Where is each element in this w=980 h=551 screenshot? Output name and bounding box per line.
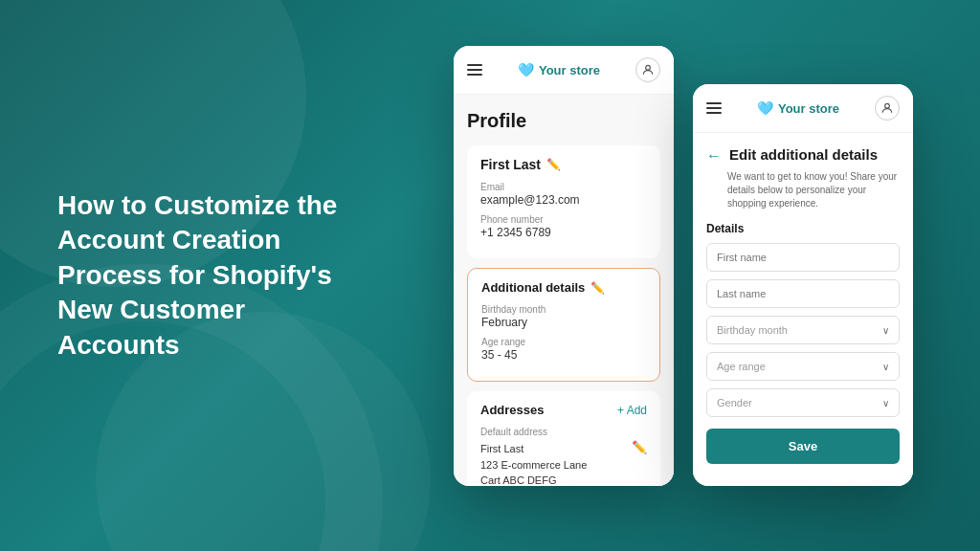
phone2-header: 🩵 Your store [693,84,913,133]
addresses-title: Addresses [480,403,544,417]
edit-additional-title: Edit additional details [729,146,878,163]
phone2-hamburger-menu[interactable] [706,102,722,114]
age-value: 35 - 45 [481,348,646,362]
save-button[interactable]: Save [706,429,900,464]
profile-name-row: First Last ✏️ [480,157,647,172]
birthday-month-placeholder: Birthday month [717,324,788,336]
birthday-value: February [481,316,646,329]
chevron-down-icon-3: ∨ [882,398,889,408]
address-info: Default address First Last 123 E-commerc… [480,427,587,486]
birthday-label: Birthday month [481,304,646,315]
phone-value: +1 2345 6789 [480,226,647,239]
user-account-button[interactable] [635,57,660,82]
address-line2: 123 E-commerce Lane [480,459,587,471]
age-range-select[interactable]: Age range ∨ [706,352,900,381]
phone-edit: 🩵 Your store ← Edit additional details W… [693,84,913,486]
details-section-label: Details [706,222,900,235]
address-text: First Last 123 E-commerce Lane Cart ABC … [480,441,587,486]
phones-area: 🩵 Your store Profile First Last ✏️ Email [387,0,980,551]
hamburger-menu[interactable] [467,64,482,76]
addresses-header: Addresses + Add [480,403,647,417]
store-logo: 🩵 Your store [518,62,600,77]
email-value: example@123.com [480,193,647,207]
additional-details-card: Additional details ✏️ Birthday month Feb… [467,268,660,382]
email-field: Email example@123.com [480,182,647,207]
edit-additional-icon[interactable]: ✏️ [590,281,605,295]
profile-content: Profile First Last ✏️ Email example@123.… [454,95,674,486]
age-range-placeholder: Age range [717,361,766,372]
phone2-store-logo: 🩵 Your store [757,100,839,116]
main-heading: How to Customize the Account Creation Pr… [57,188,364,363]
profile-title: Profile [467,110,660,132]
profile-main-card: First Last ✏️ Email example@123.com Phon… [467,145,660,258]
birthday-field: Birthday month February [481,304,646,329]
phone2-user-button[interactable] [875,96,900,121]
age-label: Age range [481,337,646,347]
phone-profile: 🩵 Your store Profile First Last ✏️ Email [454,46,674,486]
left-text-area: How to Customize the Account Creation Pr… [57,188,364,363]
phone1-header: 🩵 Your store [454,46,674,95]
addresses-card: Addresses + Add Default address First La… [467,391,660,486]
email-label: Email [480,182,647,192]
phone2-store-name: Your store [778,101,839,116]
svg-point-1 [885,103,890,108]
address-line1: First Last [480,443,523,454]
heart-icon: 🩵 [518,62,534,77]
chevron-down-icon: ∨ [882,325,889,336]
first-name-input[interactable] [706,243,900,272]
phone-field: Phone number +1 2345 6789 [480,214,647,239]
chevron-down-icon-2: ∨ [882,362,889,372]
additional-details-title: Additional details [481,280,585,295]
edit-name-icon[interactable]: ✏️ [546,158,561,171]
edit-subtitle: We want to get to know you! Share your d… [727,170,900,210]
additional-details-header: Additional details ✏️ [481,280,646,295]
gender-select[interactable]: Gender ∨ [706,388,900,417]
back-title-row: ← Edit additional details [706,146,900,165]
add-address-button[interactable]: + Add [617,404,647,417]
birthday-month-select[interactable]: Birthday month ∨ [706,316,900,344]
phone2-heart-icon: 🩵 [757,100,773,116]
edit-content: ← Edit additional details We want to get… [693,133,913,486]
age-field: Age range 35 - 45 [481,337,646,362]
address-line3: Cart ABC DEFG [480,474,556,486]
back-arrow[interactable]: ← [706,147,722,165]
gender-placeholder: Gender [717,397,752,408]
profile-name: First Last [480,157,541,172]
svg-point-0 [646,65,651,70]
default-address-row: Default address First Last 123 E-commerc… [480,427,647,486]
phone-label: Phone number [480,214,647,225]
edit-address-icon[interactable]: ✏️ [632,440,647,454]
last-name-input[interactable] [706,279,900,308]
default-address-label: Default address [480,427,587,437]
store-name: Your store [539,63,600,77]
